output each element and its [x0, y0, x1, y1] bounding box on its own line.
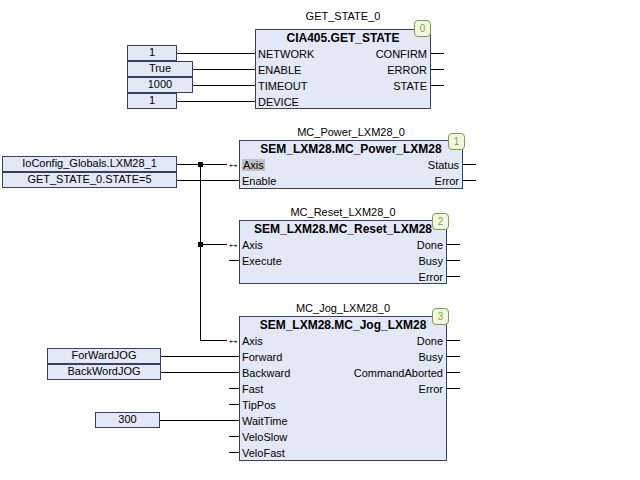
wire-stub-done2	[447, 244, 460, 245]
wire-backward	[160, 372, 239, 373]
wire-junction	[198, 242, 203, 247]
block-type-label: SEM_LXM28.MC_Power_LXM28	[240, 141, 462, 157]
pin-axis[interactable]: Axis	[242, 333, 263, 349]
wire-axis-jog	[200, 340, 227, 341]
pin-backward[interactable]: Backward	[242, 365, 290, 381]
pin-error[interactable]: ERROR	[387, 62, 427, 78]
wire-stub-tippos	[229, 404, 239, 405]
wire-waittime	[159, 420, 239, 421]
wire-stub-error1	[463, 180, 476, 181]
execution-order-badge: 0	[414, 20, 431, 37]
wire-stub-confirm	[431, 53, 444, 54]
pin-execute[interactable]: Execute	[242, 253, 282, 269]
wire-stub-status	[463, 164, 476, 165]
operand-waittime-value[interactable]: 300	[95, 412, 160, 428]
pin-enable[interactable]: Enable	[242, 173, 276, 189]
operand-timeout[interactable]: 1000	[127, 77, 193, 93]
wire-junction	[198, 162, 203, 167]
selected-pin-highlight: Axis	[242, 159, 265, 171]
function-block-mc-reset[interactable]: SEM_LXM28.MC_Reset_LXM28 Axis Execute Do…	[239, 220, 447, 284]
wire-stub-fast	[229, 388, 239, 389]
wire-stub-busy3	[447, 356, 460, 357]
block-instance-name[interactable]: MC_Reset_LXM28_0	[239, 205, 447, 219]
wire-stub-error0	[431, 69, 444, 70]
operand-device[interactable]: 1	[127, 93, 177, 109]
operand-network[interactable]: 1	[127, 45, 177, 61]
wire-network	[176, 53, 255, 54]
pin-tippos[interactable]: TipPos	[242, 397, 276, 413]
pin-confirm[interactable]: CONFIRM	[376, 46, 427, 62]
fbd-editor-canvas[interactable]: 1 True 1000 1 IoConfig_Globals.LXM28_1 G…	[0, 0, 640, 480]
inout-arrow-icon: ↔	[226, 236, 240, 252]
execution-order-badge: 2	[432, 213, 449, 230]
block-type-label: SEM_LXM28.MC_Reset_LXM28	[240, 221, 446, 237]
wire-axis-vertical	[200, 164, 201, 341]
operand-axis-reference[interactable]: IoConfig_Globals.LXM28_1	[2, 156, 177, 172]
function-block-mc-power[interactable]: SEM_LXM28.MC_Power_LXM28 Axis Enable Sta…	[239, 140, 463, 189]
pin-commandaborted[interactable]: CommandAborted	[354, 365, 443, 381]
block-instance-name[interactable]: GET_STATE_0	[255, 9, 431, 23]
pin-status[interactable]: Status	[428, 157, 459, 173]
pin-timeout[interactable]: TIMEOUT	[258, 78, 308, 94]
pin-enable[interactable]: ENABLE	[258, 62, 301, 78]
wire-stub-busy2	[447, 260, 460, 261]
pin-fast[interactable]: Fast	[242, 381, 263, 397]
block-instance-name[interactable]: MC_Power_LXM28_0	[239, 125, 463, 139]
block-instance-name[interactable]: MC_Jog_LXM28_0	[239, 301, 447, 315]
pin-error[interactable]: Error	[419, 381, 443, 397]
wire-enable	[192, 69, 255, 70]
wire-stub-execute	[229, 260, 239, 261]
inout-arrow-icon: ↔	[226, 332, 240, 348]
pin-device[interactable]: DEVICE	[258, 94, 299, 110]
pin-veloslow[interactable]: VeloSlow	[242, 429, 287, 445]
wire-stub-error3	[447, 388, 460, 389]
operand-enable[interactable]: True	[127, 61, 193, 77]
wire-timeout	[192, 85, 255, 86]
pin-busy[interactable]: Busy	[419, 253, 443, 269]
wire-device	[176, 101, 255, 102]
wire-stub-commandaborted	[447, 372, 460, 373]
wire-forward	[160, 356, 239, 357]
pin-done[interactable]: Done	[417, 237, 443, 253]
operand-backward-var[interactable]: BackWordJOG	[47, 364, 161, 380]
wire-axis-reset	[200, 244, 227, 245]
block-type-label: SEM_LXM28.MC_Jog_LXM28	[240, 317, 446, 333]
wire-stub-state	[431, 85, 444, 86]
pin-network[interactable]: NETWORK	[258, 46, 314, 62]
wire-enable-power	[176, 180, 239, 181]
pin-done[interactable]: Done	[417, 333, 443, 349]
pin-waittime[interactable]: WaitTime	[242, 413, 288, 429]
pin-axis[interactable]: Axis	[242, 237, 263, 253]
wire-stub-velofast	[229, 452, 239, 453]
operand-enable-condition[interactable]: GET_STATE_0.STATE=5	[2, 172, 177, 188]
operand-forward-var[interactable]: ForWardJOG	[47, 348, 161, 364]
block-type-label: CIA405.GET_STATE	[256, 30, 430, 46]
pin-velofast[interactable]: VeloFast	[242, 445, 285, 461]
pin-axis-selected[interactable]: Axis	[242, 157, 265, 173]
pin-error[interactable]: Error	[419, 269, 443, 285]
inout-arrow-icon: ↔	[226, 156, 240, 172]
function-block-mc-jog[interactable]: SEM_LXM28.MC_Jog_LXM28 Axis Forward Back…	[239, 316, 447, 461]
pin-busy[interactable]: Busy	[419, 349, 443, 365]
execution-order-badge: 1	[448, 133, 465, 150]
pin-state[interactable]: STATE	[393, 78, 427, 94]
pin-forward[interactable]: Forward	[242, 349, 282, 365]
function-block-get-state[interactable]: CIA405.GET_STATE NETWORK ENABLE TIMEOUT …	[255, 29, 431, 109]
execution-order-badge: 3	[432, 308, 449, 325]
pin-error[interactable]: Error	[435, 173, 459, 189]
wire-stub-done3	[447, 340, 460, 341]
wire-stub-error2	[447, 276, 460, 277]
wire-stub-veloslow	[229, 436, 239, 437]
